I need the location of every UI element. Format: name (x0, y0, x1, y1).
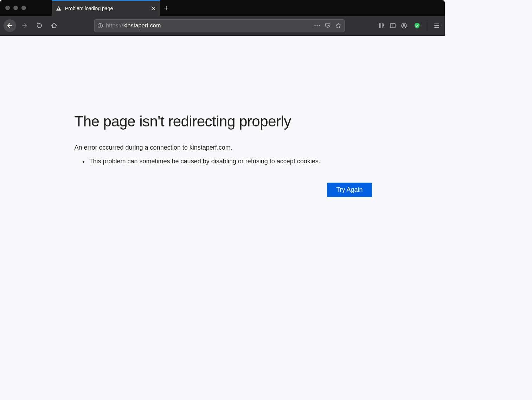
page-content: The page isn't redirecting properly An e… (0, 36, 445, 335)
error-page: The page isn't redirecting properly An e… (73, 113, 372, 335)
warning-icon (56, 6, 62, 11)
error-bullet-item: This problem can sometimes be caused by … (89, 158, 372, 165)
arrow-left-icon (7, 22, 13, 29)
site-info-icon[interactable] (97, 23, 103, 28)
window-zoom-button[interactable] (21, 6, 26, 10)
error-title: The page isn't redirecting properly (75, 113, 372, 130)
tab-spacer (31, 0, 52, 16)
pocket-icon[interactable] (325, 22, 331, 29)
account-icon[interactable] (401, 22, 407, 29)
new-tab-button[interactable] (160, 0, 173, 16)
url-host: kinstaperf.com (123, 22, 161, 28)
error-description: An error occurred during a connection to… (75, 144, 372, 151)
hamburger-menu-icon[interactable] (434, 22, 440, 29)
navigation-toolbar: https://kinstaperf.com (0, 16, 445, 36)
toolbar-separator (427, 20, 427, 31)
svg-point-11 (314, 25, 315, 26)
url-text: https://kinstaperf.com (106, 22, 311, 29)
toolbar-right (378, 20, 441, 31)
svg-line-17 (383, 24, 384, 28)
back-button[interactable] (4, 19, 16, 32)
close-tab-icon[interactable] (151, 6, 156, 11)
svg-point-13 (319, 25, 320, 26)
home-icon (51, 22, 57, 29)
sidebar-icon[interactable] (390, 22, 396, 29)
arrow-right-icon (21, 22, 28, 29)
svg-point-21 (403, 24, 405, 26)
reload-button[interactable] (33, 19, 46, 32)
window-controls (5, 0, 31, 16)
plus-icon (164, 5, 169, 11)
forward-button[interactable] (18, 19, 31, 32)
try-again-button[interactable]: Try Again (327, 183, 372, 197)
address-bar[interactable]: https://kinstaperf.com (94, 19, 345, 32)
url-protocol: https:// (106, 22, 123, 28)
shield-icon[interactable] (414, 22, 421, 29)
svg-rect-1 (58, 9, 59, 10)
svg-rect-0 (58, 7, 59, 9)
home-button[interactable] (48, 19, 60, 32)
window-close-button[interactable] (5, 6, 10, 10)
page-actions-icon[interactable] (314, 22, 320, 29)
error-button-row: Try Again (75, 183, 372, 197)
svg-rect-18 (390, 24, 395, 28)
library-icon[interactable] (378, 22, 385, 29)
svg-point-10 (100, 24, 101, 25)
svg-point-12 (316, 25, 318, 26)
tab-title: Problem loading page (65, 6, 147, 11)
browser-tab-active[interactable]: Problem loading page (52, 0, 160, 16)
error-bullet-list: This problem can sometimes be caused by … (75, 158, 372, 165)
bookmark-star-icon[interactable] (335, 22, 341, 29)
urlbar-actions (314, 22, 341, 29)
tab-bar: Problem loading page (0, 0, 445, 16)
window-minimize-button[interactable] (13, 6, 18, 10)
reload-icon (36, 22, 43, 29)
